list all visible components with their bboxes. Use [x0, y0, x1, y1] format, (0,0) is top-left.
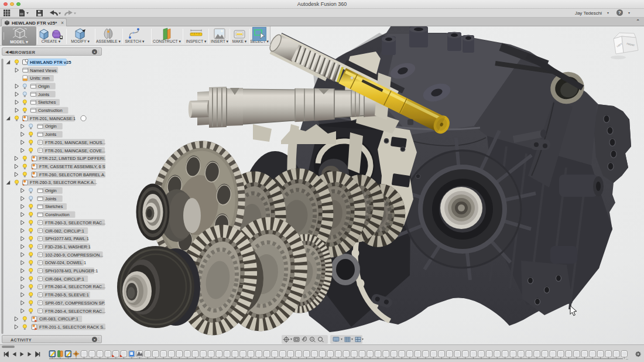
svg-text:FTR-260-3, SELECTOR RACK A...: FTR-260-3, SELECTOR RACK A...	[30, 180, 97, 185]
svg-text:FTR-260, SELECTOR BARREL A...: FTR-260, SELECTOR BARREL A...	[39, 172, 105, 177]
svg-text:Construction: Construction	[38, 108, 63, 113]
svg-text:FTR-201-1, SELECTOR RACK S...: FTR-201-1, SELECTOR RACK S...	[39, 325, 105, 330]
svg-text:Joints: Joints	[45, 132, 57, 137]
svg-text:102-260-9, COMPRESSION...: 102-260-9, COMPRESSION...	[45, 252, 103, 258]
svg-text:Joints: Joints	[38, 92, 50, 97]
svg-text:FTR-201, MAINCASE:1: FTR-201, MAINCASE:1	[30, 116, 76, 121]
svg-text:Origin: Origin	[45, 188, 57, 193]
svg-text:FTR-212, LIMITED SLIP DIFFERI.: FTR-212, LIMITED SLIP DIFFERI...	[39, 156, 105, 161]
svg-text:Construction: Construction	[45, 212, 70, 217]
svg-text:CIR-084, CIRCLIP:1: CIR-084, CIRCLIP:1	[45, 276, 84, 282]
svg-text:Origin: Origin	[45, 124, 57, 129]
svg-text:Origin: Origin	[38, 84, 50, 89]
svg-text:FTR-201, MAINCASE, HOUS...: FTR-201, MAINCASE, HOUS...	[45, 140, 105, 145]
svg-text:FTR-260-3, SELECTOR RAC...: FTR-260-3, SELECTOR RAC...	[45, 220, 105, 226]
svg-text:HEWLAND FTR v25: HEWLAND FTR v25	[30, 60, 71, 65]
svg-text:..: ..	[626, 356, 628, 360]
svg-text:SPH1078-M3, PLUNGER:1: SPH1078-M3, PLUNGER:1	[45, 268, 98, 274]
svg-text:Joints: Joints	[45, 196, 57, 202]
svg-text:Units: mm: Units: mm	[30, 76, 49, 81]
svg-text:SPR-057, COMPRESSION SP...: SPR-057, COMPRESSION SP...	[45, 300, 105, 306]
svg-text:Sketches: Sketches	[45, 204, 63, 209]
svg-text:FTR-260-4, SELECTOR RAC...: FTR-260-4, SELECTOR RAC...	[45, 309, 105, 314]
svg-text:FTR-201, MAINCASE, COVE...: FTR-201, MAINCASE, COVE...	[45, 148, 105, 153]
svg-text:F3D-236-1, WASHER:1: F3D-236-1, WASHER:1	[45, 244, 91, 250]
svg-text:CIR-082, CIRCLIP:1: CIR-082, CIRCLIP:1	[45, 228, 84, 234]
svg-text:DOW-024, DOWEL:1: DOW-024, DOWEL:1	[45, 260, 86, 265]
svg-text:Named Views: Named Views	[30, 68, 57, 73]
svg-text:FTR, CASSETTE ASSEMBLY, 6 SI..: FTR, CASSETTE ASSEMBLY, 6 SI...	[39, 164, 105, 169]
svg-text:SPH1077-M3, PAWL:1: SPH1077-M3, PAWL:1	[45, 236, 89, 241]
svg-text:Sketches: Sketches	[38, 100, 56, 105]
svg-text:FTR-260-4, SELECTOR RAC...: FTR-260-4, SELECTOR RAC...	[45, 284, 105, 289]
svg-text:FTR-260-5, SLEEVE:1: FTR-260-5, SLEEVE:1	[45, 292, 89, 298]
svg-text:CIR-083, CIRCLIP:1: CIR-083, CIRCLIP:1	[39, 316, 78, 322]
